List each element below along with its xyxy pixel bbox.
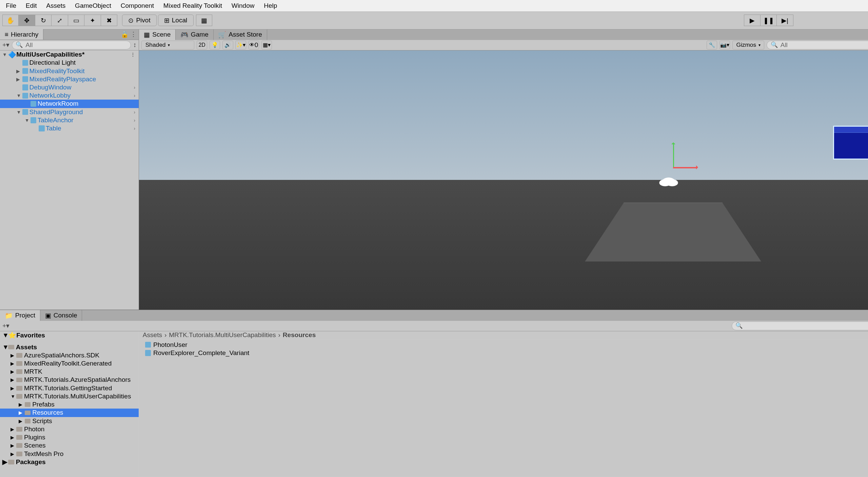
tool-scale[interactable]: ⤢: [52, 15, 68, 26]
menu-gameobject[interactable]: GameObject: [70, 1, 116, 11]
camera-icon[interactable]: 📷▾: [719, 41, 730, 49]
project-folder-tree: ▼⭐ Favorites ▼Assets ▶AzureSpatialAnchor…: [0, 331, 139, 477]
tool-hand[interactable]: ✋: [2, 15, 19, 26]
packages-root[interactable]: ▶Packages: [0, 458, 139, 466]
step-button[interactable]: ▶|: [777, 15, 793, 26]
folder-item[interactable]: ▶Scenes: [0, 441, 139, 450]
menu-window[interactable]: Window: [227, 1, 259, 11]
main-toolbar: ✋ ✥ ↻ ⤢ ▭ ✦ ✖ ⊙ Pivot ⊞ Local ▦ ▶ ❚❚ ▶| …: [0, 12, 868, 29]
hierarchy-tab[interactable]: ≡ Hierarchy: [0, 29, 43, 40]
folder-item[interactable]: ▶AzureSpatialAnchors.SDK: [0, 351, 139, 359]
hierarchy-menu-icon[interactable]: ⋮: [130, 30, 137, 38]
grid-toggle[interactable]: ▦▾: [261, 41, 272, 49]
folder-item[interactable]: ▶MixedRealityToolkit.Generated: [0, 359, 139, 368]
hidden-toggle[interactable]: 👁 0: [249, 41, 259, 49]
local-toggle[interactable]: ⊞ Local: [158, 15, 194, 26]
hierarchy-item[interactable]: ▼TableAnchor›: [0, 116, 139, 124]
folder-item[interactable]: ▶TextMesh Pro: [0, 450, 139, 458]
debug-window-object[interactable]: [833, 126, 868, 160]
folder-item[interactable]: ▶Photon: [0, 425, 139, 433]
favorites-root[interactable]: ▼⭐ Favorites: [0, 331, 139, 339]
assets-root[interactable]: ▼Assets: [0, 343, 139, 351]
project-area: 📁 Project ▣ Console 🔒 ⋮ +▾ 🔍 ◆ 🏷 ★ 👁 16 …: [0, 310, 868, 477]
snap-toggle[interactable]: ▦: [196, 15, 212, 26]
folder-item[interactable]: ▶MRTK: [0, 368, 139, 376]
hierarchy-item[interactable]: ▶MixedRealityToolkit: [0, 67, 139, 75]
hierarchy-sort-icon[interactable]: ↕: [133, 41, 137, 49]
scene-viewport[interactable]: y x 🔒 ◂ Back: [139, 50, 868, 310]
folder-item[interactable]: ▶Plugins: [0, 433, 139, 441]
fx-toggle[interactable]: ✨▾: [235, 41, 246, 49]
game-tab[interactable]: 🎮 Game: [176, 29, 213, 40]
asset-store-tab[interactable]: 🛒 Asset Store: [214, 29, 267, 40]
console-tab[interactable]: ▣ Console: [40, 310, 82, 320]
hierarchy-search[interactable]: 🔍 All: [12, 41, 131, 49]
breadcrumb-item[interactable]: MRTK.Tutorials.MultiUserCapabilities: [169, 331, 276, 339]
tool-custom[interactable]: ✖: [101, 15, 117, 26]
lighting-toggle[interactable]: 💡: [210, 41, 220, 49]
scene-tab[interactable]: ▦ Scene: [139, 29, 176, 40]
tool-rect[interactable]: ▭: [68, 15, 84, 26]
folder-item[interactable]: ▶MRTK.Tutorials.AzureSpatialAnchors: [0, 376, 139, 384]
tool-rotate[interactable]: ↻: [35, 15, 52, 26]
hierarchy-item[interactable]: ▼NetworkLobby›: [0, 91, 139, 100]
scene-root[interactable]: ▼🔷 MultiUserCapabilities* ⋮: [0, 50, 139, 59]
breadcrumb: Assets › MRTK.Tutorials.MultiUserCapabil…: [139, 331, 868, 339]
folder-item[interactable]: ▶MRTK.Tutorials.GettingStarted: [0, 384, 139, 392]
folder-item[interactable]: ▼MRTK.Tutorials.MultiUserCapabilities: [0, 392, 139, 400]
hierarchy-item[interactable]: ▶MixedRealityPlayspace: [0, 75, 139, 83]
breadcrumb-item[interactable]: Assets: [143, 331, 162, 339]
file-item[interactable]: PhotonUser: [140, 341, 868, 349]
shading-mode-dropdown[interactable]: Shaded: [141, 41, 194, 49]
folder-item[interactable]: ▶Prefabs: [0, 400, 139, 409]
menu-component[interactable]: Component: [116, 1, 159, 11]
menu-mrtk[interactable]: Mixed Reality Toolkit: [159, 1, 227, 11]
menu-help[interactable]: Help: [259, 1, 282, 11]
hierarchy-panel: ≡ Hierarchy 🔒⋮ +▾ 🔍 All ↕ ▼🔷 MultiUserCa…: [0, 29, 139, 310]
hierarchy-lock-icon[interactable]: 🔒: [121, 30, 129, 38]
gizmos-dropdown[interactable]: Gizmos: [732, 41, 764, 49]
scene-panel: ▦ Scene 🎮 Game 🛒 Asset Store ⋮ Shaded 2D…: [139, 29, 868, 310]
hierarchy-item[interactable]: ▼SharedPlayground›: [0, 108, 139, 116]
project-tab[interactable]: 📁 Project: [0, 310, 40, 320]
selected-object-gizmo[interactable]: [662, 178, 675, 186]
hierarchy-item[interactable]: Directional Light: [0, 59, 139, 67]
tools-icon[interactable]: 🔧: [707, 41, 717, 49]
menu-file[interactable]: File: [1, 1, 21, 11]
play-button[interactable]: ▶: [744, 15, 760, 26]
project-add-icon[interactable]: +▾: [2, 322, 9, 330]
folder-item[interactable]: ▶Resources: [0, 409, 139, 417]
pause-button[interactable]: ❚❚: [761, 15, 777, 26]
menu-assets[interactable]: Assets: [41, 1, 70, 11]
file-item[interactable]: RoverExplorer_Complete_Variant: [140, 349, 868, 357]
2d-toggle[interactable]: 2D: [197, 41, 207, 49]
tool-transform[interactable]: ✦: [84, 15, 101, 26]
folder-item[interactable]: ▶Scripts: [0, 417, 139, 425]
scene-search[interactable]: 🔍 All: [767, 41, 868, 49]
floor-object[interactable]: [585, 203, 761, 261]
pivot-toggle[interactable]: ⊙ Pivot: [122, 15, 157, 26]
hierarchy-item[interactable]: Table›: [0, 124, 139, 132]
menu-edit[interactable]: Edit: [21, 1, 42, 11]
audio-toggle[interactable]: 🔊: [222, 41, 233, 49]
menubar: File Edit Assets GameObject Component Mi…: [0, 0, 868, 12]
hierarchy-item[interactable]: DebugWindow›: [0, 83, 139, 91]
tool-move[interactable]: ✥: [19, 15, 35, 26]
project-search[interactable]: 🔍: [732, 322, 868, 330]
hierarchy-item[interactable]: NetworkRoom: [0, 100, 139, 108]
breadcrumb-item[interactable]: Resources: [283, 331, 316, 339]
hierarchy-add-icon[interactable]: +▾: [2, 41, 9, 49]
scene-menu-icon[interactable]: ⋮: [131, 52, 135, 57]
